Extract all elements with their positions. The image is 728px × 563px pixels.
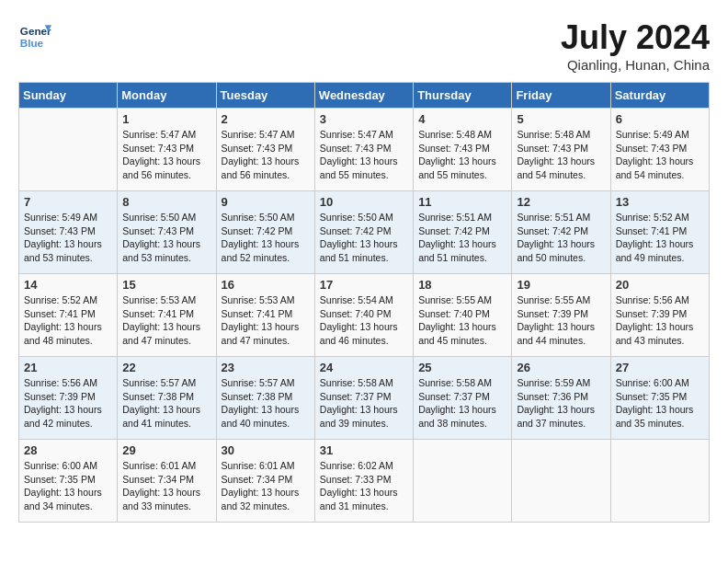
calendar-cell: 31Sunrise: 6:02 AMSunset: 7:33 PMDayligh… [314, 440, 413, 523]
calendar-cell: 25Sunrise: 5:58 AMSunset: 7:37 PMDayligh… [414, 357, 512, 440]
calendar-cell: 5Sunrise: 5:48 AMSunset: 7:43 PMDaylight… [512, 109, 610, 191]
calendar-week-row: 7Sunrise: 5:49 AMSunset: 7:43 PMDaylight… [19, 191, 710, 274]
page-header: General Blue July 2024 Qianling, Hunan, … [18, 18, 710, 73]
day-number: 5 [517, 112, 605, 126]
cell-sunrise: Sunrise: 5:49 AMSunset: 7:43 PMDaylight:… [616, 129, 694, 180]
cell-sunrise: Sunrise: 6:00 AMSunset: 7:35 PMDaylight:… [616, 377, 694, 429]
calendar-cell [512, 440, 610, 523]
day-number: 23 [222, 361, 310, 374]
calendar-week-row: 21Sunrise: 5:56 AMSunset: 7:39 PMDayligh… [19, 357, 710, 440]
calendar-cell: 30Sunrise: 6:01 AMSunset: 7:34 PMDayligh… [216, 440, 314, 523]
cell-sunrise: Sunrise: 5:57 AMSunset: 7:38 PMDaylight:… [122, 377, 200, 429]
cell-sunrise: Sunrise: 5:47 AMSunset: 7:43 PMDaylight:… [222, 129, 300, 180]
weekday-header-cell: Thursday [414, 83, 512, 109]
calendar-cell: 23Sunrise: 5:57 AMSunset: 7:38 PMDayligh… [216, 357, 314, 440]
calendar-cell: 10Sunrise: 5:50 AMSunset: 7:42 PMDayligh… [314, 191, 413, 274]
calendar-cell: 26Sunrise: 5:59 AMSunset: 7:36 PMDayligh… [512, 357, 610, 440]
day-number: 3 [320, 112, 408, 126]
calendar-cell: 19Sunrise: 5:55 AMSunset: 7:39 PMDayligh… [512, 274, 610, 357]
day-number: 21 [24, 361, 112, 374]
calendar-cell: 9Sunrise: 5:50 AMSunset: 7:42 PMDaylight… [216, 191, 314, 274]
cell-sunrise: Sunrise: 6:00 AMSunset: 7:35 PMDaylight:… [24, 460, 102, 511]
weekday-header-row: SundayMondayTuesdayWednesdayThursdayFrid… [19, 83, 710, 109]
weekday-header-cell: Sunday [19, 83, 118, 109]
day-number: 25 [418, 361, 506, 374]
calendar-week-row: 1Sunrise: 5:47 AMSunset: 7:43 PMDaylight… [19, 109, 710, 191]
cell-sunrise: Sunrise: 5:49 AMSunset: 7:43 PMDaylight:… [24, 212, 102, 263]
calendar-cell [414, 440, 512, 523]
day-number: 20 [616, 278, 704, 292]
weekday-header-cell: Wednesday [314, 83, 413, 109]
calendar-cell: 13Sunrise: 5:52 AMSunset: 7:41 PMDayligh… [610, 191, 709, 274]
calendar-cell [19, 109, 118, 191]
weekday-header-cell: Monday [118, 83, 216, 109]
day-number: 31 [320, 443, 408, 457]
day-number: 12 [517, 195, 605, 209]
day-number: 26 [517, 361, 605, 374]
svg-text:Blue: Blue [20, 37, 44, 49]
cell-sunrise: Sunrise: 5:59 AMSunset: 7:36 PMDaylight:… [517, 377, 595, 429]
calendar-cell: 8Sunrise: 5:50 AMSunset: 7:43 PMDaylight… [118, 191, 216, 274]
day-number: 1 [122, 112, 210, 126]
cell-sunrise: Sunrise: 5:47 AMSunset: 7:43 PMDaylight:… [320, 129, 398, 180]
calendar-cell: 11Sunrise: 5:51 AMSunset: 7:42 PMDayligh… [414, 191, 512, 274]
calendar-cell: 3Sunrise: 5:47 AMSunset: 7:43 PMDaylight… [314, 109, 413, 191]
logo: General Blue [18, 18, 51, 52]
cell-sunrise: Sunrise: 6:02 AMSunset: 7:33 PMDaylight:… [320, 460, 398, 511]
calendar-cell: 21Sunrise: 5:56 AMSunset: 7:39 PMDayligh… [19, 357, 118, 440]
calendar-cell: 22Sunrise: 5:57 AMSunset: 7:38 PMDayligh… [118, 357, 216, 440]
cell-sunrise: Sunrise: 5:53 AMSunset: 7:41 PMDaylight:… [222, 294, 300, 346]
calendar-cell: 2Sunrise: 5:47 AMSunset: 7:43 PMDaylight… [216, 109, 314, 191]
cell-sunrise: Sunrise: 5:58 AMSunset: 7:37 PMDaylight:… [418, 377, 496, 429]
cell-sunrise: Sunrise: 5:54 AMSunset: 7:40 PMDaylight:… [320, 294, 398, 346]
cell-sunrise: Sunrise: 5:51 AMSunset: 7:42 PMDaylight:… [517, 212, 595, 263]
calendar-cell: 27Sunrise: 6:00 AMSunset: 7:35 PMDayligh… [610, 357, 709, 440]
calendar-cell: 28Sunrise: 6:00 AMSunset: 7:35 PMDayligh… [19, 440, 118, 523]
calendar-cell [610, 440, 709, 523]
cell-sunrise: Sunrise: 5:55 AMSunset: 7:40 PMDaylight:… [418, 294, 496, 346]
cell-sunrise: Sunrise: 5:50 AMSunset: 7:42 PMDaylight:… [320, 212, 398, 263]
calendar-cell: 1Sunrise: 5:47 AMSunset: 7:43 PMDaylight… [118, 109, 216, 191]
calendar-cell: 20Sunrise: 5:56 AMSunset: 7:39 PMDayligh… [610, 274, 709, 357]
day-number: 14 [24, 278, 112, 292]
calendar-table: SundayMondayTuesdayWednesdayThursdayFrid… [18, 82, 710, 523]
day-number: 8 [122, 195, 210, 209]
cell-sunrise: Sunrise: 5:47 AMSunset: 7:43 PMDaylight:… [122, 129, 200, 180]
month-title: July 2024 [561, 18, 710, 57]
day-number: 28 [24, 443, 112, 457]
day-number: 4 [418, 112, 506, 126]
cell-sunrise: Sunrise: 5:52 AMSunset: 7:41 PMDaylight:… [24, 294, 102, 346]
cell-sunrise: Sunrise: 5:56 AMSunset: 7:39 PMDaylight:… [24, 377, 102, 429]
cell-sunrise: Sunrise: 5:52 AMSunset: 7:41 PMDaylight:… [616, 212, 694, 263]
logo-icon: General Blue [18, 18, 51, 52]
calendar-week-row: 28Sunrise: 6:00 AMSunset: 7:35 PMDayligh… [19, 440, 710, 523]
day-number: 15 [122, 278, 210, 292]
cell-sunrise: Sunrise: 5:55 AMSunset: 7:39 PMDaylight:… [517, 294, 595, 346]
cell-sunrise: Sunrise: 5:50 AMSunset: 7:42 PMDaylight:… [222, 212, 300, 263]
day-number: 11 [418, 195, 506, 209]
cell-sunrise: Sunrise: 5:56 AMSunset: 7:39 PMDaylight:… [616, 294, 694, 346]
cell-sunrise: Sunrise: 5:53 AMSunset: 7:41 PMDaylight:… [122, 294, 200, 346]
day-number: 13 [616, 195, 704, 209]
day-number: 17 [320, 278, 408, 292]
day-number: 19 [517, 278, 605, 292]
day-number: 6 [616, 112, 704, 126]
cell-sunrise: Sunrise: 5:57 AMSunset: 7:38 PMDaylight:… [222, 377, 300, 429]
cell-sunrise: Sunrise: 5:48 AMSunset: 7:43 PMDaylight:… [418, 129, 496, 180]
weekday-header-cell: Tuesday [216, 83, 314, 109]
day-number: 9 [222, 195, 310, 209]
cell-sunrise: Sunrise: 5:51 AMSunset: 7:42 PMDaylight:… [418, 212, 496, 263]
cell-sunrise: Sunrise: 6:01 AMSunset: 7:34 PMDaylight:… [122, 460, 200, 511]
calendar-cell: 24Sunrise: 5:58 AMSunset: 7:37 PMDayligh… [314, 357, 413, 440]
calendar-cell: 16Sunrise: 5:53 AMSunset: 7:41 PMDayligh… [216, 274, 314, 357]
day-number: 27 [616, 361, 704, 374]
title-block: July 2024 Qianling, Hunan, China [561, 18, 710, 73]
calendar-cell: 7Sunrise: 5:49 AMSunset: 7:43 PMDaylight… [19, 191, 118, 274]
calendar-body: 1Sunrise: 5:47 AMSunset: 7:43 PMDaylight… [19, 109, 710, 523]
cell-sunrise: Sunrise: 5:48 AMSunset: 7:43 PMDaylight:… [517, 129, 595, 180]
weekday-header-cell: Saturday [610, 83, 709, 109]
calendar-cell: 18Sunrise: 5:55 AMSunset: 7:40 PMDayligh… [414, 274, 512, 357]
calendar-cell: 6Sunrise: 5:49 AMSunset: 7:43 PMDaylight… [610, 109, 709, 191]
calendar-cell: 14Sunrise: 5:52 AMSunset: 7:41 PMDayligh… [19, 274, 118, 357]
calendar-cell: 4Sunrise: 5:48 AMSunset: 7:43 PMDaylight… [414, 109, 512, 191]
